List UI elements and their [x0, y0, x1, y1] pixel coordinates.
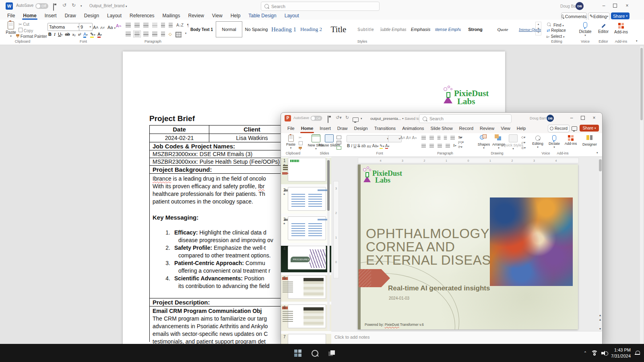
change-case-button[interactable]: Aa▾ — [106, 23, 116, 31]
collapse-ribbon-icon[interactable]: ▾ — [636, 39, 638, 43]
style-item[interactable]: No Spacing — [243, 21, 270, 37]
ppt-share-button[interactable]: Share ▾ — [580, 125, 599, 132]
paragraph-buttons-row1[interactable]: A↓Z¶ — [126, 23, 190, 28]
ppt-undo-icon[interactable]: ↺▾ — [336, 115, 342, 120]
ppt-present-icon[interactable] — [353, 116, 359, 123]
ppt-dictate-button[interactable]: Dictate▾ — [548, 134, 561, 149]
ppt-addins-button[interactable]: Add-ins — [564, 134, 578, 146]
word-avatar[interactable]: DB — [576, 2, 584, 10]
slide-date[interactable]: 2024-01-03 — [389, 296, 409, 300]
slide-canvas[interactable]: PixieDust Labs OPHTHALMOLOGY: CORNEA AND… — [358, 165, 578, 329]
slide-title[interactable]: OPHTHALMOLOGY: CORNEA AND EXTERNAL DISEA… — [366, 227, 509, 267]
cut-button[interactable]: ✂ Cut — [19, 22, 29, 27]
word-addins-button[interactable]: Add-ins — [613, 23, 629, 34]
ppt-tab[interactable]: Home — [298, 124, 317, 133]
ppt-tab[interactable]: Insert — [316, 124, 334, 133]
ppt-clipboard-small-icons[interactable]: ✂ — [299, 136, 303, 150]
style-item[interactable]: Normal — [216, 21, 242, 37]
paste-button[interactable]: Paste ▾ — [6, 21, 16, 38]
clear-formatting-button[interactable]: A⌁ — [116, 23, 122, 29]
font-size-select[interactable]: 9▾ — [79, 23, 93, 31]
slide-subtitle[interactable]: Real-time AI generated insights — [388, 284, 490, 292]
word-autosave-toggle[interactable]: Off — [35, 3, 48, 9]
style-item[interactable]: Heading 1 — [270, 21, 297, 37]
redo-icon[interactable]: ↻ — [72, 2, 76, 8]
start-button[interactable] — [293, 348, 303, 358]
undo-icon[interactable]: ↺ — [62, 2, 66, 8]
ppt-paragraph-row1[interactable]: ↕▾ — [421, 136, 462, 140]
slide-thumbnail[interactable] — [288, 334, 326, 344]
word-minimize-button[interactable]: – — [598, 3, 609, 8]
shapes-button[interactable]: Shapes▾ — [477, 134, 491, 150]
ppt-vertical-scrollbar[interactable] — [599, 158, 602, 331]
word-maximize-button[interactable] — [609, 3, 621, 9]
ppt-redo-icon[interactable]: ↻ — [345, 115, 349, 120]
tray-chevron-icon[interactable]: ⌃ — [584, 351, 587, 355]
taskbar-search-button[interactable] — [310, 348, 320, 358]
select-button[interactable]: ▻ Select ▾ — [547, 34, 565, 39]
font-name-select[interactable]: Tahoma▾ — [47, 23, 80, 31]
ppt-paste-button[interactable]: Paste▾ — [286, 134, 295, 150]
style-item[interactable]: Subtitle — [353, 21, 379, 37]
abstract-art-image[interactable] — [490, 197, 573, 286]
style-item[interactable]: Quote — [489, 21, 516, 37]
taskbar-clock[interactable]: 1:43 PM 7/31/2024 — [611, 347, 631, 359]
ppt-search-input[interactable]: Search — [419, 114, 512, 123]
ppt-tab[interactable]: Record — [456, 124, 477, 133]
word-tab[interactable]: Insert — [41, 12, 61, 20]
word-share-button[interactable]: Share ▾ — [611, 12, 630, 19]
slide-thumbnail[interactable] — [288, 158, 326, 181]
style-item[interactable]: Strong — [462, 21, 489, 37]
word-tab[interactable]: Help — [227, 12, 245, 20]
ppt-editing-button[interactable]: Editing▾ — [531, 134, 545, 149]
ppt-tab[interactable]: File — [284, 124, 298, 133]
arrange-button[interactable]: Arrange▾ — [491, 134, 506, 150]
ppt-tab[interactable]: Slide Show — [427, 124, 456, 133]
ppt-avatar[interactable]: DB — [547, 115, 554, 122]
grow-font-button[interactable]: A˄ — [92, 23, 100, 31]
word-close-button[interactable]: × — [621, 3, 633, 8]
ppt-autosave-toggle[interactable]: Off — [311, 116, 322, 121]
word-doc-title[interactable]: Output_Brief_brand ▾ — [89, 4, 127, 8]
ppt-font-name-select[interactable]: ▾ — [347, 135, 390, 142]
word-tab[interactable]: Layout — [281, 12, 303, 20]
find-button[interactable]: Find ▾ — [547, 22, 564, 27]
ppt-font-format-buttons[interactable]: B I U S ab A̲V̲ Aa▾ ✎▾ A▾ — [347, 144, 389, 148]
ppt-tab[interactable]: Animations — [399, 124, 427, 133]
ppt-collapse-ribbon-icon[interactable]: ▾ — [597, 151, 598, 154]
style-item[interactable]: Body Text 1 — [188, 21, 215, 37]
ppt-close-button[interactable]: × — [589, 115, 599, 121]
style-item[interactable]: Heading 2 — [298, 21, 324, 37]
ppt-save-icon[interactable] — [328, 116, 328, 123]
slide-thumbnail[interactable] — [288, 304, 326, 328]
word-tab[interactable]: View — [208, 12, 227, 20]
word-tab[interactable]: Layout — [103, 12, 126, 20]
quick-access-caret-icon[interactable]: ▾ — [80, 4, 82, 8]
ppt-maximize-button[interactable] — [578, 115, 588, 121]
ppt-record-button[interactable]: Record — [548, 125, 570, 132]
ppt-paragraph-extra[interactable]: ⇅▾{≡}▾⟳▾ — [458, 136, 464, 149]
ppt-tab[interactable]: Help — [514, 124, 529, 133]
ppt-tab[interactable]: Draw — [334, 124, 351, 133]
ppt-minimize-button[interactable]: – — [567, 115, 576, 121]
wifi-icon[interactable] — [591, 350, 597, 356]
word-scrollbar[interactable] — [640, 46, 643, 344]
word-tab[interactable]: Design — [80, 12, 103, 20]
style-item[interactable]: Subtle Emphasi — [380, 21, 407, 37]
quick-styles-button[interactable]: Quick Styles▾ — [507, 134, 520, 150]
reuse-slides-button[interactable]: Reuse Slides — [323, 134, 336, 147]
slide-layout-icons[interactable] — [336, 136, 341, 150]
slide-thumbnail[interactable] — [288, 216, 326, 240]
task-view-button[interactable] — [326, 348, 337, 358]
ppt-tab[interactable]: Design — [351, 124, 371, 133]
ppt-paragraph-row2[interactable]: ⫴▾ — [421, 144, 456, 148]
word-tab[interactable]: Review — [184, 12, 208, 20]
ppt-font-size-select[interactable]: ▾ — [388, 135, 402, 142]
style-item[interactable]: Intense Empha: — [435, 21, 461, 37]
notes-pane[interactable]: Click to add notes — [331, 331, 602, 345]
shrink-font-button[interactable]: A˅ — [99, 23, 106, 31]
word-search-input[interactable]: Search — [261, 2, 380, 11]
thumbnail-scrollbar[interactable] — [327, 158, 330, 331]
slide-thumbnail[interactable]: PROCEDURES — [288, 246, 326, 269]
style-item[interactable]: Title — [325, 21, 352, 37]
